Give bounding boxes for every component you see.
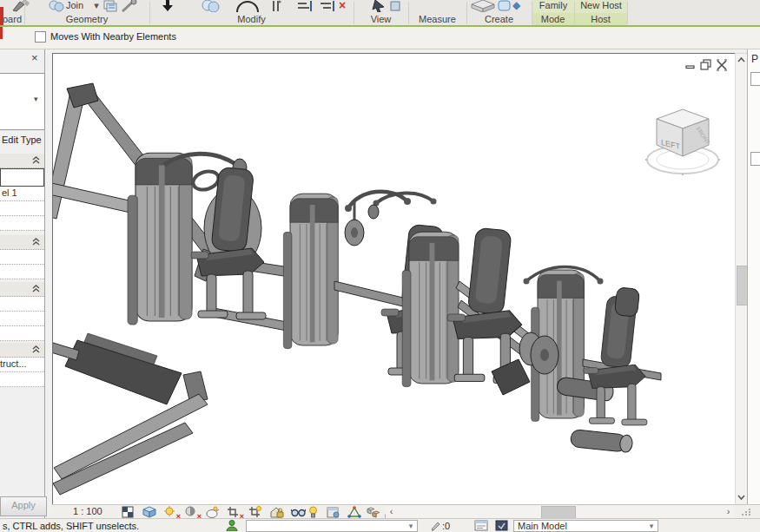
layers-icon[interactable] xyxy=(103,0,119,12)
view-close-icon[interactable] xyxy=(716,59,728,71)
view-minimize-icon[interactable] xyxy=(684,59,697,71)
apply-button[interactable]: Apply xyxy=(0,496,47,516)
locked-3d-view-icon[interactable] xyxy=(270,506,286,518)
scroll-down-icon[interactable] xyxy=(736,490,747,503)
paint-brush-icon[interactable] xyxy=(11,0,30,12)
param-group-header[interactable] xyxy=(0,235,44,250)
show-crop-region-icon[interactable] xyxy=(248,506,264,518)
align-right-icon[interactable] xyxy=(319,0,338,12)
panel-separator xyxy=(149,2,150,24)
edit-type-button[interactable]: Edit Type xyxy=(2,135,43,147)
param-row[interactable] xyxy=(0,312,44,326)
moves-with-nearby-checkbox[interactable] xyxy=(35,31,46,43)
properties-palette: × ▾ Edit Type el 1 xyxy=(0,49,45,518)
level-value: el 1 xyxy=(2,187,17,198)
scroll-left-icon[interactable]: ‹ xyxy=(386,506,397,517)
editing-requests-pencil-icon[interactable] xyxy=(430,520,441,531)
delete-icon[interactable]: × xyxy=(339,0,353,12)
view-restore-icon[interactable] xyxy=(700,59,712,71)
design-option-dropdown[interactable]: Main Model ▾ xyxy=(513,520,658,532)
type-selector[interactable]: ▾ xyxy=(0,73,45,130)
circle-tool-icon[interactable] xyxy=(235,0,261,12)
active-design-option-icon[interactable] xyxy=(495,520,508,531)
cut-geometry-icon[interactable] xyxy=(201,0,221,12)
param-row[interactable] xyxy=(0,326,44,341)
revit-window: Join ▾ × xyxy=(0,0,760,532)
param-row[interactable] xyxy=(0,265,44,279)
param-group-header[interactable] xyxy=(0,343,44,358)
param-group-header[interactable] xyxy=(0,282,44,297)
panel-view: View xyxy=(354,13,408,25)
worksharing-user-icon[interactable] xyxy=(225,520,239,531)
join-icon[interactable] xyxy=(49,0,64,12)
chevron-down-icon: ▾ xyxy=(34,95,38,103)
drawing-area[interactable]: LEFT FRONT xyxy=(52,53,736,506)
rendering-dialog-icon[interactable] xyxy=(205,506,221,518)
family-button[interactable]: Family xyxy=(533,0,573,11)
blue-region-icon[interactable] xyxy=(498,0,512,12)
wrench-icon[interactable] xyxy=(121,0,137,12)
workset-dropdown[interactable]: ▾ xyxy=(246,520,418,532)
cropped-tree-item xyxy=(750,72,760,86)
ribbon: Join ▾ × xyxy=(0,0,760,27)
machine-5 xyxy=(519,267,661,453)
viewcube[interactable]: LEFT FRONT xyxy=(644,104,723,182)
panel-separator xyxy=(24,2,25,24)
param-row[interactable] xyxy=(0,250,44,265)
split-icon[interactable] xyxy=(269,0,283,12)
cropped-right-panel: P xyxy=(747,49,760,504)
displacement-sets-icon[interactable] xyxy=(367,506,382,518)
close-icon[interactable]: × xyxy=(31,52,43,64)
new-host-button[interactable]: New Host xyxy=(576,0,626,11)
panel-geometry: Geometry xyxy=(24,13,149,25)
main-area: × ▾ Edit Type el 1 xyxy=(0,49,760,518)
chevron-double-up-icon xyxy=(32,238,40,246)
visual-style-icon[interactable] xyxy=(142,506,158,518)
sun-path-icon[interactable]: × xyxy=(163,506,179,518)
status-bar: s, CTRL adds, SHIFT unselects. ▾ :0 Main… xyxy=(0,518,760,532)
panel-separator xyxy=(354,2,354,24)
param-row-level[interactable]: el 1 xyxy=(0,187,44,201)
param-row[interactable] xyxy=(0,297,44,312)
editing-requests-count: :0 xyxy=(442,521,450,531)
param-row[interactable] xyxy=(0,201,44,216)
param-row[interactable] xyxy=(0,216,44,231)
vertical-scrollbar[interactable] xyxy=(735,53,748,506)
scroll-right-icon[interactable]: › xyxy=(723,506,734,517)
panel-separator xyxy=(532,2,532,24)
scale-button[interactable]: 1 : 100 xyxy=(73,506,102,516)
panel-separator xyxy=(466,2,467,24)
view-control-bar: 1 : 100 × × × xyxy=(52,504,760,519)
param-row[interactable] xyxy=(0,372,44,387)
panel-modify: Modify xyxy=(149,13,354,25)
panel-separator xyxy=(574,2,575,24)
create-box-icon[interactable] xyxy=(470,0,496,12)
horizontal-scroll-thumb[interactable] xyxy=(541,506,576,519)
pick-cursor-icon[interactable] xyxy=(372,0,401,12)
param-value-field-focused[interactable] xyxy=(0,168,44,187)
options-bar: Moves With Nearby Elements xyxy=(0,27,760,49)
panel-create: Create xyxy=(466,13,532,25)
show-analytical-model-icon[interactable] xyxy=(347,506,363,518)
arrow-down-icon[interactable] xyxy=(160,0,175,12)
reveal-hidden-elements-icon[interactable] xyxy=(308,506,319,518)
join-button[interactable]: Join xyxy=(66,0,92,11)
cropped-tree-item xyxy=(750,152,760,166)
cropped-panel-title: P xyxy=(751,53,758,65)
resize-grip-icon[interactable] xyxy=(740,508,752,517)
param-row-structural[interactable]: truct... xyxy=(0,358,44,372)
scroll-up-icon[interactable] xyxy=(736,54,747,67)
chevron-double-up-icon xyxy=(32,285,40,293)
design-options-dialog-icon[interactable] xyxy=(474,520,488,531)
blue-diamond-icon[interactable]: ◆ xyxy=(512,0,526,12)
chevron-down-icon: ▾ xyxy=(646,521,657,531)
crop-view-icon[interactable]: × xyxy=(227,506,242,518)
horizontal-scrollbar[interactable]: ‹ › xyxy=(386,506,734,518)
temporary-view-properties-icon[interactable] xyxy=(327,506,342,518)
detail-level-icon[interactable] xyxy=(122,506,137,518)
align-left-icon[interactable] xyxy=(295,0,314,12)
param-group-header[interactable] xyxy=(0,154,44,168)
join-dropdown-arrow[interactable]: ▾ xyxy=(92,0,101,11)
shadows-icon[interactable]: × xyxy=(184,506,200,518)
temporary-hide-isolate-icon[interactable] xyxy=(291,506,307,518)
